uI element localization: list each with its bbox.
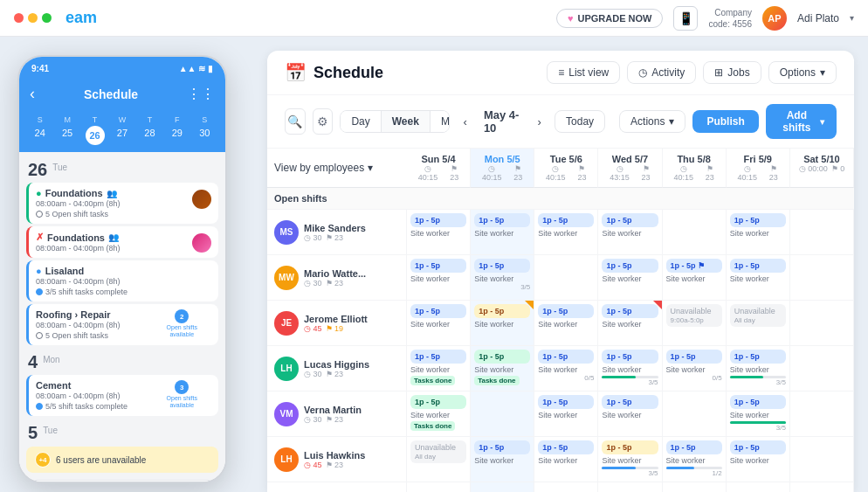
verna-sun[interactable]: 1p - 5p Site worker Tasks done <box>407 392 471 437</box>
shift-pill: 1p - 5p <box>474 440 530 454</box>
day-view-button[interactable]: Day <box>341 111 381 132</box>
mike-tue[interactable]: 1p - 5p Site worker <box>534 210 598 255</box>
mike-thu <box>663 210 727 255</box>
phone-header: ‹ Schedule ⋮⋮ <box>19 80 225 110</box>
lucas-wed[interactable]: 1p - 5p Site worker 3/5 <box>598 346 662 392</box>
mike-sat <box>790 210 854 255</box>
cal-date-25[interactable]: 25 <box>53 126 80 145</box>
upgrade-button[interactable]: ♥ UPGRADE NOW <box>556 9 663 28</box>
options-button[interactable]: Options ▾ <box>768 61 837 84</box>
meta-mike: ◷ 30⚑ 23 <box>304 233 366 242</box>
phone-menu-button[interactable]: ⋮⋮ <box>187 86 215 102</box>
actions-button[interactable]: Actions ▾ <box>619 110 685 133</box>
jerome-tue[interactable]: 1p - 5p Site worker <box>534 301 598 346</box>
upgrade-label: UPGRADE NOW <box>578 13 652 24</box>
jerome-mon[interactable]: 1p - 5p Site worker <box>471 301 534 346</box>
verna-tue[interactable]: 1p - 5p Site worker <box>534 392 598 437</box>
phone-shift-lisaland[interactable]: ● Lisaland 08:00am - 04:00pm (8h) 3/5 sh… <box>26 260 218 301</box>
activity-button[interactable]: ◷ Activity <box>627 61 696 84</box>
lucas-fri[interactable]: 1p - 5p Site worker 3/5 <box>727 346 790 392</box>
lucas-tue[interactable]: 1p - 5p Site worker 0/5 <box>534 346 598 392</box>
maximize-window-btn[interactable] <box>42 13 52 23</box>
publish-button[interactable]: Publish <box>692 110 758 133</box>
phone-shift-roofing[interactable]: Roofing › Repair 08:00am - 04:00pm (8h) … <box>26 304 218 345</box>
phone-shift-cement[interactable]: Cement 08:00am - 04:00pm (8h) 5/5 shift … <box>26 375 218 416</box>
week-view-button[interactable]: Week <box>382 111 431 132</box>
phone-back-button[interactable]: ‹ <box>30 85 35 103</box>
lois-thu <box>663 482 727 492</box>
mike-fri[interactable]: 1p - 5p Site worker <box>727 210 790 255</box>
luis-thu[interactable]: 1p - 5p Site worker 1/2 <box>663 437 727 482</box>
row-jerome: JE Jerome Elliott ◷ 45⚑ 19 <box>267 301 407 346</box>
foundations-title-1: ● Foundations 👥 <box>36 188 211 198</box>
list-view-label: List view <box>568 66 609 79</box>
options-chevron-icon: ▾ <box>820 66 825 79</box>
col-header-sat: Sat 5/10 ◷ 00:00⚑ 0 <box>790 149 854 188</box>
lucas-mon[interactable]: 1p - 5p Site worker Tasks done <box>471 346 534 392</box>
foundations-time-1: 08:00am - 04:00pm (8h) <box>36 199 211 208</box>
cal-date-28[interactable]: 28 <box>136 126 163 145</box>
tasks-done-badge: Tasks done <box>410 421 455 431</box>
col-day-tue: Tue 5/6 <box>541 154 590 164</box>
jerome-wed[interactable]: 1p - 5p Site worker <box>598 301 662 346</box>
user-menu-chevron[interactable]: ▾ <box>850 13 854 23</box>
mike-mon[interactable]: 1p - 5p Site worker <box>471 210 534 255</box>
info-verna: Verna Martin ◷ 30⚑ 23 <box>304 405 362 424</box>
luis-mon[interactable]: 1p - 5p Site worker <box>471 437 534 482</box>
open-shifts-label-roofing: Open shiftsavailable <box>167 324 197 337</box>
lisaland-title: ● Lisaland <box>36 266 211 276</box>
list-view-button[interactable]: ≡ List view <box>547 61 620 84</box>
phone-shift-foundations-1[interactable]: ● Foundations 👥 08:00am - 04:00pm (8h) 5… <box>26 183 218 224</box>
luis-wed[interactable]: 1p - 5p Site worker 3/5 <box>598 437 662 482</box>
add-shifts-button[interactable]: Add shifts ▾ <box>766 104 837 139</box>
cal-date-24[interactable]: 24 <box>26 126 53 145</box>
add-shifts-label: Add shifts <box>778 109 816 134</box>
cal-date-26-today[interactable]: 26 <box>86 126 105 145</box>
qr-icon-button[interactable]: 📱 <box>673 6 698 31</box>
lucas-sun[interactable]: 1p - 5p Site worker Tasks done <box>407 346 471 392</box>
phone-day-label-mon: Mon <box>43 355 59 364</box>
cal-date-27[interactable]: 27 <box>108 126 135 145</box>
today-button[interactable]: Today <box>555 110 605 133</box>
mike-wed[interactable]: 1p - 5p Site worker <box>598 210 662 255</box>
verna-fri[interactable]: 1p - 5p Site worker 3/5 <box>727 392 790 437</box>
phone-day-header-4: 4 Mon <box>19 348 225 372</box>
minimize-window-btn[interactable] <box>28 13 38 23</box>
mario-thu[interactable]: 1p - 5p ⚑ Site worker <box>663 255 727 301</box>
phone-day-header-5: 5 Tue <box>19 419 225 443</box>
col-day-wed: Wed 5/7 <box>605 154 654 164</box>
close-window-btn[interactable] <box>14 13 24 23</box>
view-by-chevron-icon[interactable]: ▾ <box>368 162 373 174</box>
mario-sun[interactable]: 1p - 5p Site worker <box>407 255 471 301</box>
luis-tue[interactable]: 1p - 5p Site worker <box>534 437 598 482</box>
search-button[interactable]: 🔍 <box>285 108 306 135</box>
luis-fri[interactable]: 1p - 5p Site worker <box>727 437 790 482</box>
shift-label: Site worker <box>730 456 786 465</box>
shift-pill: 1p - 5p <box>666 440 722 454</box>
verna-wed[interactable]: 1p - 5p Site worker <box>598 392 662 437</box>
mario-wed[interactable]: 1p - 5p Site worker <box>598 255 662 301</box>
filter-button[interactable]: ⚙ <box>313 108 334 135</box>
jobs-button[interactable]: ⊞ Jobs <box>703 61 761 84</box>
prev-week-button[interactable]: ‹ <box>457 111 473 132</box>
jerome-sun[interactable]: 1p - 5p Site worker <box>407 301 471 346</box>
shift-label: Site worker <box>474 320 530 329</box>
cal-date-29[interactable]: 29 <box>163 126 190 145</box>
month-view-button[interactable]: Month <box>431 111 450 132</box>
mike-sun[interactable]: 1p - 5p Site worker <box>407 210 471 255</box>
mario-mon[interactable]: 1p - 5p Site worker 3/5 <box>471 255 534 301</box>
lucas-thu[interactable]: 1p - 5p Site worker 0/5 <box>663 346 727 392</box>
col-header-fri: Fri 5/9 ◷ 40:15⚑ 23 <box>727 149 790 188</box>
unavailable-pill-allday: UnavailableAll day <box>730 304 786 327</box>
shift-pill: 1p - 5p <box>410 395 466 409</box>
unavail-av-1: +4 <box>35 452 51 468</box>
options-label: Options <box>780 66 816 79</box>
next-week-button[interactable]: › <box>531 111 548 132</box>
name-lucas: Lucas Higgins <box>304 359 369 370</box>
shift-label: Site worker <box>538 229 594 238</box>
phone-shift-foundations-2[interactable]: ✗ Foundations 👥 08:00am - 04:00pm (8h) <box>26 226 218 258</box>
lois-wed <box>598 482 662 492</box>
cal-date-30[interactable]: 30 <box>191 126 218 145</box>
lois-tue <box>534 482 598 492</box>
mario-fri[interactable]: 1p - 5p Site worker <box>727 255 790 301</box>
